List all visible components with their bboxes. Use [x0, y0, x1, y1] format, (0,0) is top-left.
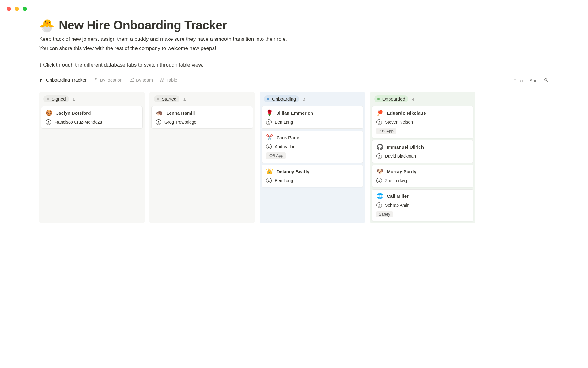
avatar-icon	[266, 178, 272, 183]
svg-point-8	[379, 204, 380, 205]
buddy-name: Ben Lang	[275, 120, 293, 125]
tab-label: Table	[166, 77, 177, 82]
filter-button[interactable]: Filter	[514, 78, 524, 83]
status-chip-started[interactable]: Started	[154, 95, 179, 102]
card-tag: iOS App	[376, 128, 396, 134]
card-buddy: Andrea Lim	[266, 144, 359, 149]
page-emoji-icon[interactable]: 🐣	[39, 19, 55, 32]
kanban-board: Signed1🍪Jaclyn BotsfordFrancisco Cruz-Me…	[39, 86, 549, 223]
buddy-name: Steven Nelson	[385, 120, 413, 125]
board-card[interactable]: 🦔Lenna HamillGreg Trowbridge	[151, 106, 253, 129]
card-emoji-icon: 🍪	[46, 110, 52, 116]
column-header[interactable]: Signed1	[41, 94, 143, 106]
card-person-name: Immanuel Ullrich	[387, 144, 424, 150]
board-card[interactable]: 🏓Eduardo NikolausSteven NelsoniOS App	[372, 106, 473, 138]
maximize-window-icon[interactable]	[23, 7, 27, 11]
tab-label: Onboarding Tracker	[46, 77, 87, 82]
tab-by-team[interactable]: By team	[129, 75, 153, 86]
column-count: 1	[73, 96, 75, 102]
pin-icon	[93, 78, 98, 82]
board-card[interactable]: 👑Delaney BeattyBen Lang	[262, 165, 363, 187]
svg-point-2	[268, 121, 270, 122]
avatar-icon	[266, 119, 272, 125]
card-emoji-icon: 🦔	[156, 110, 163, 116]
card-buddy: Steven Nelson	[376, 119, 469, 125]
status-chip-onboarding[interactable]: Onboarding	[264, 95, 299, 102]
board-card[interactable]: 🎧Immanuel UllrichDavid Blackman	[372, 140, 473, 163]
buddy-name: David Blackman	[385, 154, 416, 159]
page-header: 🐣 New Hire Onboarding Tracker	[39, 18, 549, 32]
minimize-window-icon[interactable]	[15, 7, 19, 11]
tab-label: By team	[136, 77, 153, 82]
status-label: Started	[162, 96, 176, 102]
status-dot-icon	[47, 98, 49, 100]
card-buddy: Greg Trowbridge	[156, 119, 248, 125]
page-hint[interactable]: ↓ Click through the different database t…	[39, 62, 549, 68]
tab-by-location[interactable]: By location	[93, 75, 123, 86]
buddy-name: Andrea Lim	[275, 144, 297, 149]
column-count: 1	[183, 96, 186, 102]
board-card[interactable]: 🌐Cali MillerSohrab AminSafety	[372, 189, 473, 221]
status-label: Signed	[51, 96, 66, 102]
card-person-name: Eduardo Nikolaus	[387, 110, 426, 116]
card-buddy: David Blackman	[376, 153, 469, 159]
page-title[interactable]: New Hire Onboarding Tracker	[59, 18, 227, 32]
card-buddy: Francisco Cruz-Mendoza	[46, 119, 138, 125]
avatar-icon	[376, 119, 382, 125]
sort-button[interactable]: Sort	[529, 78, 538, 83]
board-card[interactable]: 🌹Jillian EmmerichBen Lang	[262, 106, 363, 129]
column-header[interactable]: Started1	[151, 94, 253, 106]
card-person-name: Cali Miller	[387, 194, 409, 199]
status-dot-icon	[157, 98, 159, 100]
board-column-onboarding: Onboarding3🌹Jillian EmmerichBen Lang✂️Za…	[260, 92, 365, 223]
svg-point-4	[268, 180, 270, 181]
board-card[interactable]: 🐶Murray PurdyZoe Ludwig	[372, 165, 473, 187]
column-header[interactable]: Onboarded4	[372, 94, 473, 106]
card-buddy: Zoe Ludwig	[376, 178, 469, 183]
board-card[interactable]: 🍪Jaclyn BotsfordFrancisco Cruz-Mendoza	[41, 106, 143, 129]
avatar-icon	[156, 119, 161, 125]
status-label: Onboarded	[382, 96, 405, 102]
card-emoji-icon: 👑	[266, 169, 273, 174]
tab-table[interactable]: Table	[160, 75, 177, 86]
avatar-icon	[376, 178, 382, 183]
card-emoji-icon: 🎧	[376, 144, 383, 150]
svg-point-0	[48, 121, 49, 122]
status-dot-icon	[267, 98, 270, 100]
people-icon	[129, 78, 134, 82]
avatar-icon	[376, 153, 382, 159]
status-chip-onboarded[interactable]: Onboarded	[374, 95, 408, 102]
avatar-icon	[376, 202, 382, 208]
svg-point-1	[158, 121, 159, 122]
card-emoji-icon: 🏓	[376, 110, 383, 116]
tab-label: By location	[100, 77, 123, 82]
status-chip-signed[interactable]: Signed	[43, 95, 69, 102]
card-person-name: Zack Padel	[277, 135, 300, 140]
card-buddy: Sohrab Amin	[376, 202, 469, 208]
board-card[interactable]: ✂️Zack PadelAndrea LimiOS App	[262, 131, 363, 163]
status-dot-icon	[377, 98, 380, 100]
svg-point-5	[379, 121, 380, 122]
buddy-name: Zoe Ludwig	[385, 178, 407, 183]
board-column-onboarded: Onboarded4🏓Eduardo NikolausSteven Nelson…	[370, 92, 475, 223]
page-description-line2[interactable]: You can share this view with the rest of…	[39, 44, 549, 52]
close-window-icon[interactable]	[7, 7, 11, 11]
svg-point-6	[379, 155, 380, 156]
tab-onboarding-tracker[interactable]: Onboarding Tracker	[39, 75, 87, 86]
column-header[interactable]: Onboarding3	[262, 94, 363, 106]
buddy-name: Francisco Cruz-Mendoza	[54, 120, 102, 125]
buddy-name: Sohrab Amin	[385, 203, 409, 208]
card-emoji-icon: 🐶	[376, 169, 383, 174]
board-column-started: Started1🦔Lenna HamillGreg Trowbridge	[149, 92, 255, 223]
card-person-name: Jillian Emmerich	[277, 110, 313, 116]
page-description-line1[interactable]: Keep track of new joiners, assign them a…	[39, 35, 549, 43]
search-icon[interactable]	[543, 77, 549, 84]
buddy-name: Greg Trowbridge	[164, 120, 196, 125]
svg-point-3	[268, 146, 270, 147]
board-view-icon	[39, 78, 44, 82]
table-icon	[160, 78, 164, 82]
column-count: 4	[412, 96, 414, 102]
card-buddy: Ben Lang	[266, 119, 359, 125]
card-buddy: Ben Lang	[266, 178, 359, 183]
database-tabs-row: Onboarding Tracker By location By team T…	[39, 75, 549, 86]
